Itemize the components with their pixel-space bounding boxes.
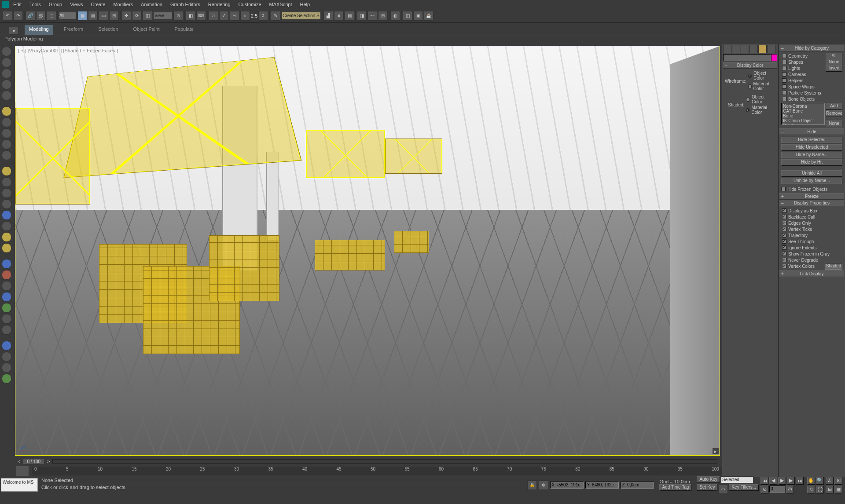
rollout-display-color[interactable]: –Display Color [723,62,777,69]
menu-animation[interactable]: Animation [141,2,162,7]
move-icon[interactable]: ✥ [121,11,131,21]
coord-z[interactable] [621,482,654,489]
category-list[interactable]: Non-CoronaCAT BoneBoneIK Chain ObjectPoi… [781,103,825,125]
btn-hide-by-name[interactable]: Hide by Name... [781,152,842,158]
menu-modifiers[interactable]: Modifiers [113,2,133,7]
tab-create-icon[interactable] [723,45,731,53]
orbit-icon[interactable]: ⟲ [807,486,815,493]
rollout-hide-category[interactable]: –Hide by Category [779,45,844,51]
pivot-icon[interactable]: ⊙ [173,11,183,21]
unlink-icon[interactable]: ⛓ [36,11,46,21]
max-viewport-icon[interactable]: ⛶ [816,486,824,493]
rotate-icon[interactable]: ⟳ [132,11,142,21]
tab-hierarchy-icon[interactable] [741,45,749,53]
curve-editor-icon[interactable]: 〰 [367,11,377,21]
graphite-icon[interactable]: ◨ [357,11,367,21]
cb-backface-cull[interactable] [782,215,786,219]
align-icon[interactable]: ≡ [334,11,344,21]
render-setup-icon[interactable]: ◫ [403,11,412,21]
timeline-ruler[interactable]: 0510152025303540455055606570758085909510… [32,467,722,475]
coord-mode-icon[interactable]: ⊕ [539,480,548,490]
menu-group[interactable]: Group [49,2,62,7]
key-filters-button[interactable]: Key Filters... [729,484,759,491]
time-slider[interactable]: < 0 / 100 > [13,457,722,465]
shaded-material-radio[interactable]: Material Color [746,105,775,115]
render-icon[interactable]: ☕ [424,11,434,21]
select-name-icon[interactable]: ▤ [88,11,98,21]
trackbar-key-icon[interactable] [16,466,29,476]
cb-cameras[interactable] [782,72,786,77]
cb-vertex-colors[interactable] [782,264,786,268]
ribbon-tab-objectpaint[interactable]: Object Paint [129,25,164,35]
ribbon-tab-freeform[interactable]: Freeform [59,25,88,35]
material-editor-icon[interactable]: ◐ [390,11,400,21]
wireframe-material-radio[interactable]: Material Color [748,81,775,91]
btn-unhide-all[interactable]: Unhide All [781,170,842,177]
zoom-all-icon[interactable]: ⊡ [834,477,842,485]
rollout-display-props[interactable]: –Display Properties [779,200,844,206]
key-mode-select[interactable] [721,476,753,483]
tab-motion-icon[interactable] [749,45,758,53]
mirror-icon[interactable]: ▟ [323,11,333,21]
tool-icon[interactable] [2,352,11,362]
percent-snap-icon[interactable]: % [230,11,239,21]
menu-rendering[interactable]: Rendering [208,2,231,7]
ribbon-tab-selection[interactable]: Selection [94,25,122,35]
goto-end-icon[interactable]: ⏭ [796,477,804,485]
ribbon-tab-populate[interactable]: Populate [170,25,198,35]
select-rect-icon[interactable]: ▭ [99,11,108,21]
cb-helpers[interactable] [782,78,786,83]
tool-icon[interactable] [2,363,11,373]
undo-icon[interactable]: ↶ [3,11,12,21]
btn-hide-by-hit[interactable]: Hide by Hit [781,159,842,166]
cb-trajectory[interactable] [782,233,786,237]
tab-modify-icon[interactable] [732,45,740,53]
coord-x[interactable] [550,482,584,489]
schematic-icon[interactable]: ⊞ [378,11,388,21]
ref-coord-system[interactable]: View [153,12,173,20]
prim-icon[interactable] [2,166,11,176]
rollout-freeze[interactable]: +Freeze [779,193,844,200]
keymode-icon[interactable]: ⌨ [196,11,206,21]
scale-icon[interactable]: ◫ [143,11,152,21]
sun-icon[interactable] [2,232,11,242]
menu-create[interactable]: Create [91,2,105,7]
coord-y[interactable] [585,482,619,489]
tool-icon[interactable] [2,325,11,335]
edit-named-sel-icon[interactable]: ✎ [271,11,280,21]
goto-start-icon[interactable]: ⏮ [760,477,768,485]
key-icon[interactable]: 🗝 [718,484,728,494]
zoom-icon[interactable]: 🔍 [816,477,824,485]
cb-never-degrade[interactable] [782,258,786,262]
prim-icon[interactable] [2,177,11,187]
tool-icon[interactable] [2,303,11,313]
render-frame-icon[interactable]: ▣ [413,11,423,21]
maxscript-listener[interactable]: Welcome to MS [1,478,38,492]
cb-show-frozen-gray[interactable] [782,252,786,256]
timeline[interactable]: 0510152025303540455055606570758085909510… [13,465,722,477]
tool-icon[interactable] [2,117,11,127]
bind-icon[interactable]: ◌ [47,11,56,21]
menu-grapheditors[interactable]: Graph Editors [170,2,200,7]
key-mode-icon[interactable]: ⊙ [760,486,768,493]
btn-remove[interactable]: Remove [826,110,842,117]
ribbon-tab-modeling[interactable]: Modeling [25,25,53,35]
spinner-snap-icon[interactable]: ⟐ [240,11,250,21]
menu-tools[interactable]: Tools [29,2,41,7]
window-crossing-icon[interactable]: ⊞ [109,11,119,21]
btn-add[interactable]: Add [826,103,842,110]
object-color-swatch[interactable] [771,54,777,61]
btn-none[interactable]: None [826,59,842,66]
layer-icon[interactable]: ▤ [345,11,354,21]
selection-filter[interactable] [59,12,77,20]
rollout-hide[interactable]: –Hide [779,128,844,135]
link-icon[interactable]: 🔗 [26,11,35,21]
named-selection-set[interactable] [281,12,321,20]
viewport[interactable]: [ + ] [VRayCam001 ] [Shaded + Edged Face… [15,46,720,456]
tool-icon[interactable] [2,341,11,351]
app-icon[interactable] [2,1,9,8]
cb-hide-frozen[interactable] [781,187,786,191]
tool-icon[interactable] [2,281,11,291]
redo-icon[interactable]: ↷ [13,11,23,21]
zoom-ext-all-icon[interactable]: ▦ [834,486,842,493]
